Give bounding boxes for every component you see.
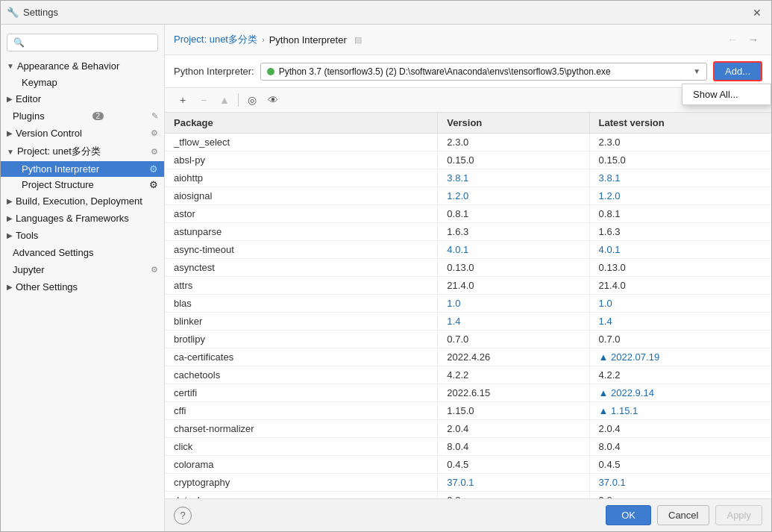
cancel-button[interactable]: Cancel xyxy=(657,505,709,525)
back-button[interactable]: ← xyxy=(724,31,741,48)
sidebar-item-jupyter[interactable]: Jupyter ⚙ xyxy=(1,261,164,278)
sidebar-item-other[interactable]: ▶ Other Settings xyxy=(1,278,164,295)
package-version: 0.8 xyxy=(438,492,589,499)
sidebar-item-tools[interactable]: ▶ Tools xyxy=(1,227,164,244)
expand-arrow-icon: ▶ xyxy=(7,197,13,205)
plugins-badge: 2 xyxy=(92,112,104,120)
interpreter-dropdown: Show All... xyxy=(682,84,771,105)
table-row[interactable]: ca-certificates2022.4.26▲ 2022.07.19 xyxy=(165,348,771,366)
package-name: brotlipy xyxy=(165,331,438,348)
breadcrumb: Project: unet多分类 › Python Interpreter ▤ xyxy=(174,33,724,46)
package-latest-version: 4.0.1 xyxy=(589,241,771,259)
package-version: 1.15.0 xyxy=(438,402,589,420)
forward-button[interactable]: → xyxy=(744,31,762,48)
table-row[interactable]: blinker1.41.4 xyxy=(165,313,771,331)
sidebar-item-python-interpreter[interactable]: Python Interpreter ⚙ xyxy=(1,161,164,177)
breadcrumb-parent[interactable]: Project: unet多分类 xyxy=(174,33,257,46)
package-name: cffi xyxy=(165,402,438,420)
package-version: 2.3.0 xyxy=(438,134,589,151)
table-row[interactable]: asynctest0.13.00.13.0 xyxy=(165,259,771,277)
sidebar-item-project-structure[interactable]: Project Structure ⚙ xyxy=(1,177,164,193)
table-row[interactable]: _tflow_select2.3.02.3.0 xyxy=(165,134,771,151)
package-name: absl-py xyxy=(165,151,438,169)
upgrade-package-button[interactable]: ▲ xyxy=(216,91,233,109)
toolbar-separator xyxy=(238,93,239,107)
col-header-latest: Latest version xyxy=(589,113,771,134)
window-title: Settings xyxy=(23,7,749,18)
package-table-body: _tflow_select2.3.02.3.0absl-py0.15.00.15… xyxy=(165,134,771,499)
interpreter-row: Python Interpreter: Python 3.7 (tensorfl… xyxy=(165,55,771,88)
table-row[interactable]: cryptography37.0.137.0.1 xyxy=(165,474,771,492)
package-latest-version: 4.2.2 xyxy=(589,366,771,384)
package-latest-version: 0.8.1 xyxy=(589,205,771,223)
expand-arrow-icon: ▶ xyxy=(7,231,13,240)
settings-window: 🔧 Settings ✕ ▼ Appearance & Behavior Key… xyxy=(0,0,772,532)
apply-button[interactable]: Apply xyxy=(715,505,762,525)
package-table-container: Package Version Latest version _tflow_se… xyxy=(165,113,771,498)
table-row[interactable]: colorama0.4.50.4.5 xyxy=(165,456,771,474)
package-latest-version: ▲ 2022.9.14 xyxy=(589,384,771,402)
table-row[interactable]: blas1.01.0 xyxy=(165,295,771,313)
sidebar-item-plugins[interactable]: Plugins 2 ✎ xyxy=(1,107,164,125)
sidebar: ▼ Appearance & Behavior Keymap ▶ Editor … xyxy=(1,25,165,531)
sidebar-item-appearance[interactable]: ▼ Appearance & Behavior xyxy=(1,57,164,75)
sidebar-item-keymap[interactable]: Keymap xyxy=(1,75,164,90)
sidebar-item-project[interactable]: ▼ Project: unet多分类 ⚙ xyxy=(1,142,164,161)
add-interpreter-button[interactable]: Add... xyxy=(713,61,762,81)
package-name: async-timeout xyxy=(165,241,438,259)
help-button[interactable]: ? xyxy=(174,507,192,525)
table-row[interactable]: async-timeout4.0.14.0.1 xyxy=(165,241,771,259)
table-row[interactable]: cffi1.15.0▲ 1.15.1 xyxy=(165,402,771,420)
search-input[interactable] xyxy=(7,34,158,51)
table-row[interactable]: cachetools4.2.24.2.2 xyxy=(165,366,771,384)
package-version: 21.4.0 xyxy=(438,277,589,295)
expand-arrow-icon: ▶ xyxy=(7,129,13,137)
sidebar-item-build[interactable]: ▶ Build, Execution, Deployment xyxy=(1,193,164,210)
ok-button[interactable]: OK xyxy=(606,505,651,525)
table-row[interactable]: charset-normalizer2.0.42.0.4 xyxy=(165,420,771,438)
package-name: cryptography xyxy=(165,474,438,492)
interpreter-select[interactable]: Python 3.7 (tensorflow3.5) (2) D:\softwa… xyxy=(260,63,707,81)
interpreter-value: Python 3.7 (tensorflow3.5) (2) D:\softwa… xyxy=(279,66,690,77)
package-version: 1.6.3 xyxy=(438,223,589,241)
package-name: asynctest xyxy=(165,259,438,277)
package-version: 2022.4.26 xyxy=(438,348,589,366)
sidebar-label-languages: Languages & Frameworks xyxy=(16,213,129,224)
package-version: 4.2.2 xyxy=(438,366,589,384)
sidebar-item-version-control[interactable]: ▶ Version Control ⚙ xyxy=(1,125,164,142)
eye-button[interactable]: 👁 xyxy=(264,91,282,109)
remove-package-button[interactable]: − xyxy=(195,91,213,109)
package-version: 0.13.0 xyxy=(438,259,589,277)
package-latest-version: ▲ 2022.07.19 xyxy=(589,348,771,366)
table-row[interactable]: astunparse1.6.31.6.3 xyxy=(165,223,771,241)
package-latest-version: 2.0.4 xyxy=(589,420,771,438)
add-package-button[interactable]: + xyxy=(174,91,192,109)
refresh-button[interactable]: ◎ xyxy=(243,91,261,109)
table-row[interactable]: brotlipy0.7.00.7.0 xyxy=(165,331,771,348)
table-row[interactable]: aiosignal1.2.01.2.0 xyxy=(165,187,771,205)
table-row[interactable]: click8.0.48.0.4 xyxy=(165,438,771,456)
close-button[interactable]: ✕ xyxy=(749,4,765,21)
expand-arrow-icon: ▼ xyxy=(7,62,14,70)
package-latest-version: 0.15.0 xyxy=(589,151,771,169)
package-latest-version: 8.0.4 xyxy=(589,438,771,456)
package-name: ca-certificates xyxy=(165,348,438,366)
package-latest-version: 1.2.0 xyxy=(589,187,771,205)
table-row[interactable]: absl-py0.15.00.15.0 xyxy=(165,151,771,169)
sidebar-label-project-structure: Project Structure xyxy=(22,179,94,190)
package-name: astunparse xyxy=(165,223,438,241)
main-header: Project: unet多分类 › Python Interpreter ▤ … xyxy=(165,25,771,55)
table-row[interactable]: attrs21.4.021.4.0 xyxy=(165,277,771,295)
table-row[interactable]: certifi2022.6.15▲ 2022.9.14 xyxy=(165,384,771,402)
title-bar: 🔧 Settings ✕ xyxy=(1,1,771,25)
package-latest-version: ▲ 1.15.1 xyxy=(589,402,771,420)
dropdown-show-all[interactable]: Show All... xyxy=(682,84,771,104)
table-row[interactable]: aiohttp3.8.13.8.1 xyxy=(165,169,771,187)
sidebar-item-editor[interactable]: ▶ Editor xyxy=(1,90,164,107)
sidebar-label-vc: Version Control xyxy=(16,128,82,139)
table-row[interactable]: dataclasses0.80.8 xyxy=(165,492,771,499)
sidebar-item-advanced[interactable]: Advanced Settings xyxy=(1,244,164,261)
sidebar-item-languages[interactable]: ▶ Languages & Frameworks xyxy=(1,210,164,227)
nav-arrows: ← → xyxy=(724,31,762,48)
table-row[interactable]: astor0.8.10.8.1 xyxy=(165,205,771,223)
